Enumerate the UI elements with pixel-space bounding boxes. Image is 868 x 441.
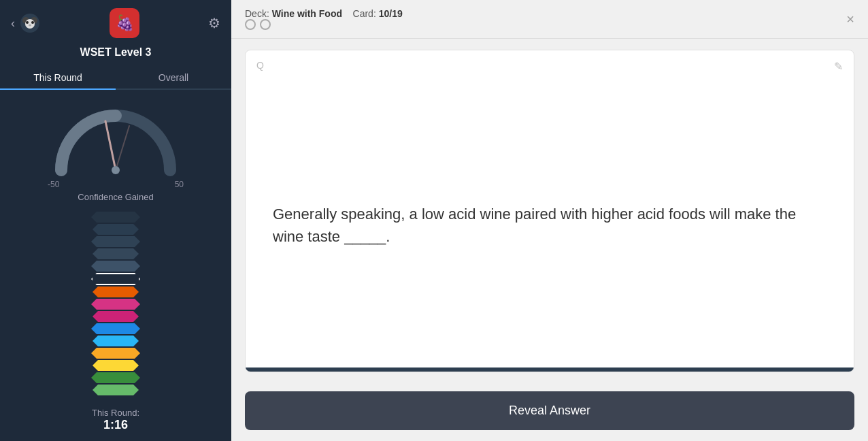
svg-point-5 bbox=[31, 21, 34, 24]
sidebar: ‹ 🍇 ⚙ WSET Level 3 This Round Overall bbox=[0, 0, 231, 441]
stack-bar-1 bbox=[91, 212, 140, 223]
tab-this-round[interactable]: This Round bbox=[0, 67, 116, 88]
card-area: Q ✎ Generally speaking, a low acid wine … bbox=[231, 39, 868, 383]
card-circle-1 bbox=[245, 19, 256, 30]
close-button[interactable]: × bbox=[846, 12, 854, 26]
svg-point-9 bbox=[112, 166, 120, 174]
stack-bar-5 bbox=[91, 261, 140, 272]
stack-bar-active bbox=[91, 273, 140, 285]
reveal-answer-button[interactable]: Reveal Answer bbox=[245, 391, 854, 430]
settings-icon[interactable]: ⚙ bbox=[208, 15, 220, 31]
card-circles bbox=[245, 19, 408, 30]
back-button[interactable]: ‹ bbox=[11, 12, 41, 34]
stack-bar-green-dark bbox=[91, 372, 140, 383]
stack-bar-yellow bbox=[93, 360, 139, 371]
round-info-label: This Round: bbox=[92, 408, 139, 418]
card-body: Generally speaking, a low acid wine pair… bbox=[246, 82, 854, 368]
deck-label: Deck: bbox=[245, 8, 269, 19]
stack-bar-3 bbox=[91, 236, 140, 247]
svg-point-6 bbox=[29, 24, 31, 27]
app-logo: 🍇 bbox=[110, 8, 139, 38]
top-bar: Deck: Wine with Food Card: 10/19 × bbox=[231, 0, 868, 39]
gauge-labels: -50 50 bbox=[48, 180, 184, 189]
tabs-container: This Round Overall bbox=[0, 67, 231, 90]
card-top: Q ✎ bbox=[246, 50, 854, 82]
stack-bar-magenta bbox=[93, 311, 139, 322]
stack-bar-green bbox=[93, 385, 139, 395]
question-label: Q bbox=[256, 60, 264, 71]
panda-avatar-icon bbox=[19, 12, 41, 34]
app-title: WSET Level 3 bbox=[80, 46, 152, 59]
stack-bar-pink bbox=[91, 299, 140, 310]
confidence-gauge bbox=[48, 102, 184, 177]
gauge-max-label: 50 bbox=[175, 180, 184, 189]
edit-icon[interactable]: ✎ bbox=[834, 60, 843, 73]
stack-bar-4 bbox=[93, 248, 139, 259]
svg-line-7 bbox=[105, 121, 116, 170]
svg-point-4 bbox=[26, 21, 29, 24]
gauge-svg bbox=[48, 102, 184, 177]
stack-bar-blue bbox=[91, 323, 140, 334]
confidence-label: Confidence Gained bbox=[78, 192, 153, 202]
deck-name: Wine with Food bbox=[272, 8, 342, 19]
question-text: Generally speaking, a low acid wine pair… bbox=[273, 203, 827, 248]
card-number: 10/19 bbox=[379, 8, 403, 19]
deck-info: Deck: Wine with Food Card: 10/19 bbox=[245, 8, 408, 30]
sidebar-header: ‹ 🍇 ⚙ bbox=[0, 0, 231, 46]
card-circle-2 bbox=[260, 19, 271, 30]
stack-bar-lightblue bbox=[93, 336, 139, 346]
card-label: Card: bbox=[353, 8, 376, 19]
flashcard: Q ✎ Generally speaking, a low acid wine … bbox=[245, 50, 854, 372]
svg-line-8 bbox=[116, 126, 129, 170]
svg-point-3 bbox=[25, 19, 35, 29]
tab-overall[interactable]: Overall bbox=[116, 67, 231, 88]
card-bottom-bar bbox=[246, 368, 854, 372]
stack-bar-yellow-dark bbox=[91, 348, 140, 359]
back-arrow-icon: ‹ bbox=[11, 16, 15, 31]
round-time: 1:16 bbox=[103, 418, 128, 432]
stack-bar-orange bbox=[93, 287, 139, 297]
gauge-min-label: -50 bbox=[48, 180, 59, 189]
stack-bars-container bbox=[91, 212, 140, 397]
main-content: Deck: Wine with Food Card: 10/19 × Q ✎ G… bbox=[231, 0, 868, 441]
stack-bar-2 bbox=[93, 224, 139, 235]
